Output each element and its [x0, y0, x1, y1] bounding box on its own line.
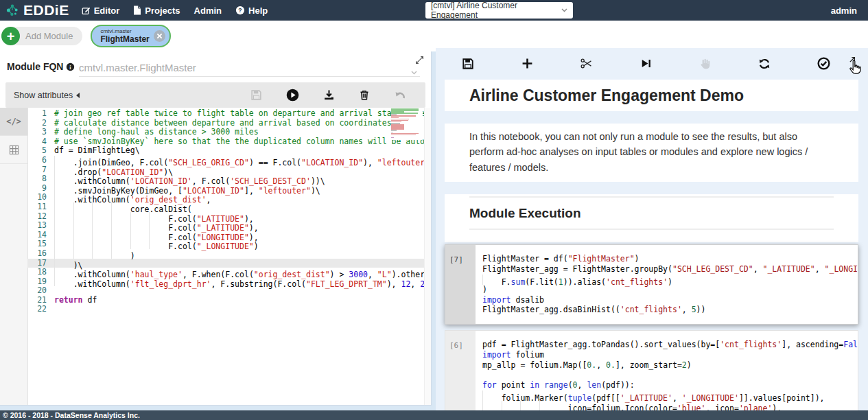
nav-label: Admin [194, 5, 222, 16]
app-root: EDDiE Editor Projects Admin ? [0, 0, 868, 420]
table-grid-icon [9, 145, 19, 155]
pencil-square-icon [82, 6, 91, 15]
code-line: import folium [482, 350, 851, 360]
code-line: F.sum(F.lit(1)).alias('cnt_flights') [482, 275, 851, 285]
pan-hand-icon [699, 58, 711, 70]
line-number: 7 [27, 165, 54, 175]
close-icon[interactable] [154, 30, 165, 42]
code-editor: </> 1# join geo ref table twice to fligh… [0, 108, 431, 405]
tab-code-view[interactable]: </> [0, 108, 27, 136]
copyright-text: © 2016 - 2018 - DataSense Analytics Inc. [3, 411, 140, 419]
download-icon[interactable] [323, 89, 335, 101]
run-module-icon[interactable] [286, 89, 299, 102]
add-module-button[interactable]: + Add Module [1, 27, 82, 45]
nav-item-help[interactable]: ? Help [235, 5, 268, 16]
module-fqn-input[interactable]: cmtvl.master.FlightMaster [79, 58, 420, 77]
code-line: 10.withColumn('orig_dest_dist', [27, 193, 424, 202]
code-line: 16) [27, 249, 424, 259]
divider [469, 229, 834, 230]
divider [469, 196, 834, 198]
cell-code-input[interactable]: pdf = FlightMaster_agg.toPandas().sort_v… [476, 331, 858, 414]
notebook-intro-card[interactable]: In this notebook, you can not only run a… [445, 124, 858, 182]
line-number: 8 [27, 174, 54, 184]
module-tab-flightmaster[interactable]: cmtvl.master FlightMaster [91, 25, 170, 47]
delete-icon[interactable] [359, 89, 370, 101]
code-text-area[interactable]: 1# join geo ref table twice to flight ta… [27, 109, 424, 405]
code-line: ) [482, 285, 851, 295]
chevron-down-icon [411, 65, 417, 77]
code-line: import dsalib [482, 295, 851, 305]
cut-cell-icon[interactable] [580, 58, 593, 69]
code-line: 2# calculate distance between departure … [27, 119, 424, 128]
code-line: FlightMaster = df("FlightMaster") [482, 254, 851, 264]
code-line: 4# use `smvJoinByKey` here so that the t… [27, 137, 424, 147]
code-line: 19.withColumn('flt_leg_dprt_hr', F.subst… [27, 277, 424, 287]
line-number: 6 [27, 156, 54, 165]
line-number: 13 [27, 221, 54, 231]
cell-code-input[interactable]: FlightMaster = df("FlightMaster")FlightM… [476, 245, 858, 324]
main-nav: Editor Projects Admin ? Help [82, 5, 268, 16]
code-line: 1# join geo ref table twice to flight ta… [27, 109, 424, 119]
code-line: 21return df [27, 296, 424, 305]
line-number: 12 [27, 212, 54, 222]
module-fqn-row: Module FQN i cmtvl.master.FlightMaster [0, 51, 431, 82]
notebook-section-card[interactable]: Module Execution [445, 194, 858, 242]
code-line: 15F.col("_LONGITUDE") [27, 240, 424, 249]
code-line: 18.withColumn('haul_type', F.when(F.col(… [27, 268, 424, 277]
code-line: 9.smvJoinByKey(DimGeo, ["LOCATION_ID"], … [27, 184, 424, 194]
notebook-toolbar [436, 48, 868, 79]
show-attributes-label: Show attributes [14, 91, 73, 100]
caret-left-icon [76, 93, 80, 98]
tab-table-view[interactable] [0, 136, 27, 164]
top-navbar: EDDiE Editor Projects Admin ? [0, 0, 868, 21]
code-line: 3# define long-haul as distance > 3000 m… [27, 128, 424, 137]
editor-toolbar-icons [250, 89, 406, 102]
line-number: 14 [27, 231, 54, 240]
add-cell-icon[interactable] [521, 58, 533, 69]
show-attributes-toggle[interactable]: Show attributes [14, 91, 80, 100]
editor-view-tabs: </> [0, 108, 28, 405]
code-line: 22 [27, 305, 424, 314]
nav-label: Projects [145, 5, 180, 16]
code-line: 14F.col("LONGITUDE"), [27, 231, 424, 240]
project-select-dropdown[interactable]: [cmtvl] Airline Customer Engagement [425, 2, 573, 19]
line-number: 11 [27, 202, 54, 212]
save-icon[interactable] [250, 89, 262, 101]
line-number: 2 [27, 119, 54, 128]
content-area: Module FQN i cmtvl.master.FlightMaster S… [0, 51, 868, 410]
line-number: 17 [27, 259, 54, 268]
line-number: 15 [27, 240, 54, 249]
module-fqn-label: Module FQN [7, 61, 63, 72]
editor-toolbar: Show attributes [5, 82, 425, 108]
save-notebook-icon[interactable] [462, 58, 474, 70]
refresh-icon[interactable] [758, 58, 771, 70]
user-menu[interactable]: admin [831, 5, 857, 16]
module-fqn-value: cmtvl.master.FlightMaster [79, 62, 196, 73]
code-line: mp_allp = folium.Map([0., 0.], zoom_star… [482, 360, 851, 371]
line-number: 18 [27, 268, 54, 277]
plus-circle-icon: + [1, 27, 20, 45]
code-line: FlightMaster_agg = FlightMaster.groupBy(… [482, 264, 851, 275]
code-line: 13F.col("_LATITUDE"), [27, 221, 424, 231]
line-number: 22 [27, 305, 54, 314]
editor-scrollbar[interactable] [424, 108, 431, 405]
brand[interactable]: EDDiE [5, 2, 69, 19]
notebook-cell-7[interactable]: [7] FlightMaster = df("FlightMaster")Fli… [445, 244, 858, 325]
eddie-logo-icon [5, 3, 19, 17]
nav-item-admin[interactable]: Admin [194, 5, 222, 16]
nav-item-editor[interactable]: Editor [82, 5, 120, 16]
code-line: 6.join(DimGeo, F.col("SCH_LEG_ORIG_CD") … [27, 156, 424, 165]
undo-icon[interactable] [394, 90, 406, 101]
line-number: 16 [27, 249, 54, 259]
module-editor-panel: Module FQN i cmtvl.master.FlightMaster S… [0, 51, 432, 406]
line-number: 21 [27, 296, 54, 305]
run-cell-icon[interactable] [640, 58, 652, 69]
nav-item-projects[interactable]: Projects [133, 5, 180, 16]
chevron-down-icon [561, 8, 567, 12]
minimap [391, 108, 423, 140]
expand-notebook-icon[interactable] [847, 56, 856, 65]
notebook-cell-6[interactable]: [6] pdf = FlightMaster_agg.toPandas().so… [445, 330, 858, 414]
info-icon[interactable]: i [66, 62, 75, 74]
code-icon: </> [6, 117, 21, 126]
validate-check-icon[interactable] [817, 57, 830, 70]
